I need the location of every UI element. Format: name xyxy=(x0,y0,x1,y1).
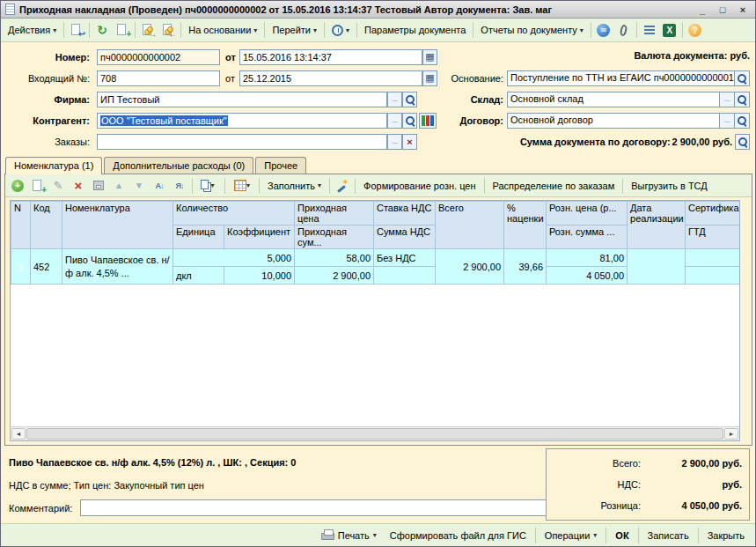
send-email-icon[interactable]: ✉ xyxy=(594,21,613,40)
orders-select-button[interactable]: ... xyxy=(387,134,402,150)
cell-qty[interactable]: 5,000 xyxy=(173,249,295,267)
column-header-retail-sum[interactable]: Розн. сумма ... xyxy=(547,225,628,249)
basis-open-icon[interactable] xyxy=(735,70,750,86)
cell-total[interactable]: 2 900,00 xyxy=(436,249,504,285)
orders-field[interactable] xyxy=(97,134,387,150)
counterparty-field[interactable]: ООО "Тестовый поставщик" xyxy=(97,113,387,129)
close-button[interactable]: Закрыть xyxy=(701,528,751,543)
column-header-name[interactable]: Номенклатура xyxy=(62,202,173,249)
save-button[interactable]: Записать xyxy=(642,528,695,543)
comment-field[interactable] xyxy=(80,499,547,516)
fill-menu-button[interactable]: Заполнить ▾ xyxy=(262,178,327,194)
cell-name[interactable]: Пиво Чапаевское св. н/ф алк. 4,5% ... xyxy=(62,249,173,285)
sort-desc-icon[interactable]: Я↓ xyxy=(170,176,189,195)
contract-field[interactable]: Основной договор xyxy=(507,113,720,129)
add-row-icon[interactable]: + xyxy=(8,176,27,195)
scroll-left-icon[interactable]: ◄ xyxy=(11,428,26,440)
copy-document-icon[interactable]: + xyxy=(113,21,132,40)
contract-open-icon[interactable] xyxy=(735,113,750,129)
operations-menu-button[interactable]: Операции ▾ xyxy=(539,528,603,543)
go-to-menu-button[interactable]: Перейти ▾ xyxy=(268,22,321,38)
column-header-vat-sum[interactable]: Сумма НДС xyxy=(374,225,436,249)
export-tsd-button[interactable]: Выгрузить в ТСД xyxy=(626,178,713,194)
tab-other[interactable]: Прочее xyxy=(255,157,306,174)
company-field[interactable]: ИП Тестовый xyxy=(97,92,387,107)
column-header-code[interactable]: Код xyxy=(31,202,62,249)
move-up-icon[interactable]: ▲ xyxy=(109,176,128,195)
cell-coef[interactable]: 10,000 xyxy=(224,267,295,285)
column-header-cert[interactable]: Сертифика. xyxy=(686,202,740,225)
minimize-icon[interactable]: _ xyxy=(694,4,710,15)
attachments-icon[interactable] xyxy=(614,21,634,40)
cell-markup[interactable]: 39,66 xyxy=(504,249,547,285)
cell-price-sum[interactable]: 2 900,00 xyxy=(295,267,374,285)
delete-row-icon[interactable]: × xyxy=(69,176,88,195)
column-header-sale-date[interactable]: Дата реализации xyxy=(628,202,686,249)
ok-button[interactable]: ОК xyxy=(609,528,635,543)
document-structure-icon[interactable] xyxy=(640,21,659,40)
contract-sum-open-icon[interactable] xyxy=(735,134,750,150)
column-header-qty[interactable]: Количество xyxy=(173,202,295,225)
print-menu-button[interactable]: Печать ▾ xyxy=(315,527,383,543)
move-down-icon[interactable]: ▼ xyxy=(129,176,149,195)
distribute-orders-button[interactable]: Распределение по заказам xyxy=(488,178,620,194)
copy-row-icon[interactable]: + xyxy=(28,176,48,195)
counterparty-open-icon[interactable] xyxy=(402,113,417,129)
maximize-icon[interactable]: □ xyxy=(715,4,730,15)
basis-field[interactable]: Поступление по ТТН из ЕГАИС пч0000000000… xyxy=(507,70,735,86)
cell-retail-price[interactable]: 81,00 xyxy=(547,249,628,267)
incoming-number-field[interactable]: 708 xyxy=(97,70,220,86)
cell-sale-date[interactable] xyxy=(628,249,686,285)
column-header-retail-price[interactable]: Розн. цена (р... xyxy=(547,202,628,225)
grid-settings-icon[interactable]: ▾ xyxy=(228,176,256,195)
scroll-right-icon[interactable]: ► xyxy=(724,428,738,440)
column-header-coef[interactable]: Коэффициент xyxy=(224,225,295,249)
column-header-vat-rate[interactable]: Ставка НДС xyxy=(374,202,436,225)
incoming-date-field[interactable]: 25.12.2015 xyxy=(239,70,422,86)
cell-unit[interactable]: дкл xyxy=(173,267,224,285)
tab-additional-expenses[interactable]: Дополнительные расходы (0) xyxy=(104,157,253,174)
column-header-price-sum[interactable]: Приходная сум... xyxy=(295,225,374,249)
number-date-field[interactable]: 15.05.2016 13:14:37 xyxy=(239,49,422,65)
post-document-icon[interactable]: ↩ xyxy=(67,21,86,40)
edit-row-icon[interactable]: ✎ xyxy=(48,176,68,195)
column-header-price[interactable]: Приходная цена xyxy=(295,202,374,225)
magic-wand-icon[interactable] xyxy=(333,176,352,195)
revert-prices-icon[interactable]: ← xyxy=(158,21,178,40)
tab-nomenclature[interactable]: Номенклатура (1) xyxy=(5,157,102,174)
calendar-icon[interactable]: ▦ xyxy=(422,49,437,65)
column-header-gtd[interactable]: ГТД xyxy=(686,225,740,249)
column-header-total[interactable]: Всего xyxy=(436,202,504,249)
warehouse-select-button[interactable]: ... xyxy=(720,92,735,107)
history-menu-button[interactable]: ▾ xyxy=(327,22,354,39)
excel-icon[interactable]: X xyxy=(660,21,679,40)
refresh-icon[interactable]: ↻ xyxy=(92,21,112,40)
cell-vat-rate[interactable]: Без НДС xyxy=(374,249,436,267)
based-on-menu-button[interactable]: На основании ▾ xyxy=(184,22,261,38)
horizontal-scrollbar[interactable]: ◄ ► xyxy=(11,426,739,440)
company-open-icon[interactable] xyxy=(402,92,417,107)
form-retail-prices-button[interactable]: Формирование розн. цен xyxy=(358,178,481,194)
sort-asc-icon[interactable]: А↓ xyxy=(150,176,169,195)
warehouse-open-icon[interactable] xyxy=(735,92,750,107)
contract-select-button[interactable]: ... xyxy=(720,113,735,129)
end-edit-icon[interactable] xyxy=(89,176,108,195)
cell-gtd[interactable] xyxy=(686,267,740,285)
column-header-unit[interactable]: Единица xyxy=(173,225,224,249)
copy-menu-icon[interactable]: ▾ xyxy=(195,176,222,195)
gis-file-button[interactable]: Сформировать файл для ГИС xyxy=(384,528,532,543)
orders-clear-icon[interactable]: × xyxy=(402,134,417,150)
counterparty-select-button[interactable]: ... xyxy=(387,113,402,129)
cell-cert[interactable] xyxy=(686,249,740,267)
cell-row-number[interactable]: 1 xyxy=(11,249,31,285)
scrollbar-thumb[interactable] xyxy=(26,428,723,440)
warehouse-field[interactable]: Основной склад xyxy=(507,92,720,107)
actions-menu-button[interactable]: Действия ▾ xyxy=(4,22,61,38)
cell-retail-sum[interactable]: 4 050,00 xyxy=(547,267,628,285)
doc-reports-menu-button[interactable]: Отчеты по документу ▾ xyxy=(476,22,588,38)
number-field[interactable]: пч0000000000002 xyxy=(97,49,220,65)
help-icon[interactable]: ? xyxy=(686,21,705,40)
cell-vat-sum[interactable] xyxy=(374,267,436,285)
set-prices-icon[interactable]: → xyxy=(138,21,158,40)
cell-price[interactable]: 58,00 xyxy=(295,249,374,267)
